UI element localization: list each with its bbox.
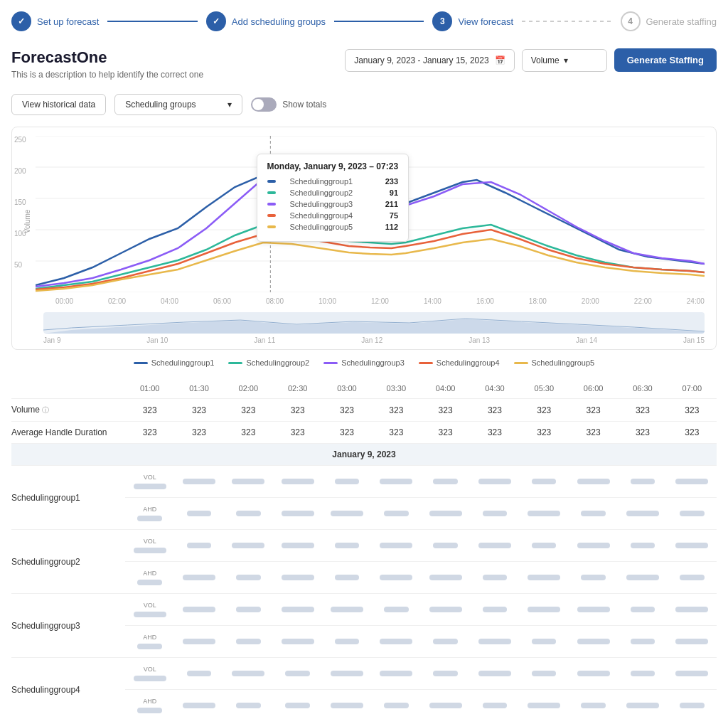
ahd-val-3: 323 [273, 422, 322, 444]
chart-legend: Schedulinggroup1 Schedulinggroup2 Schedu… [11, 358, 717, 367]
sg4-vol-skel-10 [631, 671, 655, 676]
sg1-ahd-skel-3 [282, 511, 314, 516]
col-header-0530: 05:30 [520, 378, 569, 399]
sg3-ahd-skel-9 [577, 639, 610, 644]
col-header-0230: 02:30 [273, 378, 322, 399]
metric-select[interactable]: Volume ▾ [522, 49, 607, 72]
sg4-ahd-skel-5 [384, 703, 408, 708]
legend-line-1 [228, 362, 242, 364]
sg2-ahd-skel-5 [380, 575, 412, 580]
sg4-ahd-skel-11 [680, 703, 704, 708]
mini-chart[interactable]: Jan 9 Jan 10 Jan 11 Jan 12 Jan 13 Jan 14… [43, 312, 705, 343]
x-tick-2400: 24:00 [687, 297, 705, 305]
chart-tooltip: Monday, January 9, 2023 – 07:23 Scheduli… [257, 154, 410, 242]
volume-val-9: 323 [569, 399, 618, 422]
sg3-ahd-label: AHD [143, 634, 156, 641]
sg3-label: Schedulinggroup3 [11, 594, 125, 658]
sg2-ahd-skel-9 [581, 575, 605, 580]
sg1-ahd-skel-2 [236, 511, 260, 516]
col-header-label [11, 378, 125, 399]
sg2-ahd-skel-1 [183, 575, 215, 580]
generate-staffing-button[interactable]: Generate Staffing [614, 48, 717, 72]
x-axis: 00:00 02:00 04:00 06:00 08:00 10:00 12:0… [36, 294, 705, 305]
data-table-wrapper: 01:00 01:30 02:00 02:30 03:00 03:30 04:0… [11, 378, 717, 719]
step-view-forecast[interactable]: 3 View forecast [432, 11, 513, 31]
sg4-ahd-skel-4 [331, 703, 363, 708]
sg4-vol-skel-11 [675, 671, 708, 676]
sg3-vol-skel-6 [429, 607, 462, 612]
sg3-ahd-skel-7 [478, 639, 511, 644]
date-range-picker[interactable]: January 9, 2023 - January 15, 2023 📅 [345, 49, 514, 72]
date-range-value: January 9, 2023 - January 15, 2023 [354, 55, 488, 65]
chevron-down-icon: ▾ [564, 55, 568, 65]
sg4-ahd-skel-8 [528, 703, 560, 708]
sg2-vol-skel-9 [577, 543, 610, 548]
legend-line-3 [419, 362, 433, 364]
x-tick-1600: 16:00 [476, 297, 494, 305]
group-row-sg4-vol: Schedulinggroup4 VOL [11, 658, 717, 690]
sg3-vol-skel-4 [331, 607, 363, 612]
ahd-val-9: 323 [569, 422, 618, 444]
sg1-vol-skel-11 [675, 479, 708, 484]
chart-plot: 250 200 150 100 50 [36, 136, 705, 307]
y-tick-200: 200 [14, 167, 26, 175]
calendar-icon: 📅 [495, 55, 505, 65]
mini-chart-inner [43, 312, 705, 334]
show-totals-label: Show totals [282, 100, 326, 110]
step-generate-staffing[interactable]: 4 Generate staffing [621, 11, 717, 31]
col-header-0300: 03:00 [322, 378, 371, 399]
chart-area: Volume 250 200 150 100 50 [23, 136, 705, 307]
sg2-vol-skel-3 [282, 543, 314, 548]
volume-val-8: 323 [520, 399, 569, 422]
ahd-val-11: 323 [668, 422, 717, 444]
col-header-0600: 06:00 [569, 378, 618, 399]
sg4-vol-skel-2 [232, 671, 264, 676]
section-header-label: January 9, 2023 [11, 444, 717, 466]
legend-label-0: Schedulinggroup1 [151, 358, 215, 367]
mini-x-jan14: Jan 14 [576, 336, 597, 344]
sg1-vol-skel-1 [183, 479, 215, 484]
step-setup[interactable]: ✓ Set up forecast [11, 11, 99, 31]
show-totals-toggle[interactable] [251, 97, 277, 112]
ahd-val-8: 323 [520, 422, 569, 444]
sg4-vol-skel-4 [331, 671, 363, 676]
sg2-vol-skel-7 [478, 543, 511, 548]
ahd-val-1: 323 [174, 422, 223, 444]
forecast-header: ForecastOne This is a description to hel… [11, 48, 717, 80]
sg3-vol-skel-5 [384, 607, 408, 612]
sg1-vol-skel-2 [232, 479, 264, 484]
sg1-label: Schedulinggroup1 [11, 466, 125, 530]
x-tick-1200: 12:00 [371, 297, 389, 305]
sg2-ahd-skel-4 [335, 575, 359, 580]
sg2-ahd-skel-2 [236, 575, 260, 580]
sg2-vol-skel-11 [675, 543, 708, 548]
tooltip-row-3: Schedulinggroup4 75 [267, 211, 399, 220]
x-tick-0400: 04:00 [161, 297, 178, 305]
sg2-vol-label: VOL [144, 538, 156, 545]
mini-x-jan12: Jan 12 [361, 336, 382, 344]
sg2-vol-skel-0 [134, 548, 166, 553]
step-label-add-groups: Add scheduling groups [232, 16, 326, 27]
step-label-setup: Set up forecast [37, 16, 99, 27]
volume-val-7: 323 [470, 399, 519, 422]
sg2-ahd-skel-6 [429, 575, 462, 580]
view-historical-button[interactable]: View historical data [11, 94, 106, 115]
col-header-0400: 04:00 [421, 378, 470, 399]
volume-val-1: 323 [174, 399, 223, 422]
scheduling-groups-dropdown[interactable]: Scheduling groups ▾ [114, 94, 242, 115]
scheduling-groups-label: Scheduling groups [125, 100, 196, 110]
metric-value: Volume [531, 55, 560, 65]
tooltip-val-1: 91 [390, 188, 398, 197]
sg3-vol-skel-11 [675, 607, 708, 612]
ahd-val-6: 323 [421, 422, 470, 444]
sg2-ahd-skel-11 [680, 575, 704, 580]
sg1-vol-skel-10 [631, 479, 655, 484]
ahd-val-5: 323 [372, 422, 421, 444]
sg4-vol-skel-3 [285, 671, 309, 676]
sg1-vol-skel-7 [478, 479, 511, 484]
sg2-vol-skel-10 [631, 543, 655, 548]
mini-x-jan10: Jan 10 [146, 336, 168, 344]
tooltip-name-0: Schedulinggroup1 [290, 177, 371, 186]
sg1-vol-skel-9 [577, 479, 610, 484]
step-add-groups[interactable]: ✓ Add scheduling groups [206, 11, 326, 31]
